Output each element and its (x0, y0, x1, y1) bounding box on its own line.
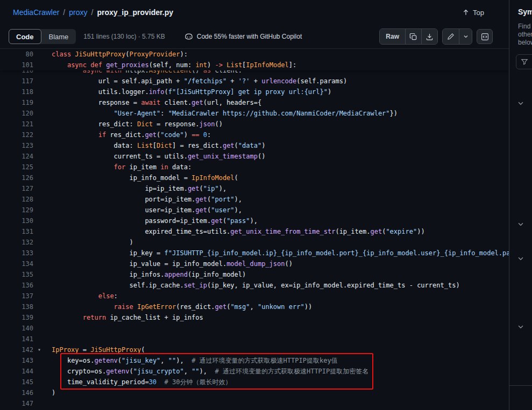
raw-button[interactable]: Raw (380, 29, 405, 44)
code-text: utils.logger.info(f"[JiSuHttpProxy] get … (33, 87, 331, 97)
line-number[interactable]: 101 (0, 60, 33, 70)
line-number[interactable]: 130 (0, 215, 33, 226)
symbol-group-3[interactable] (517, 255, 524, 262)
symbols-panel-description: Find definitions and references for func… (509, 23, 532, 47)
back-to-top-label: Top (473, 9, 484, 17)
description-line: other symbols in this file by clicking a… (518, 31, 532, 39)
code-viewer: 116 async with httpx.AsyncClient() as cl… (0, 48, 509, 410)
symbols-panel-toggle[interactable] (477, 29, 493, 44)
code-line-128: 128 port=ip_item.get("port"), (0, 194, 509, 205)
line-number[interactable]: 121 (0, 119, 33, 130)
sticky-scope-lines: 80class JiSuHttpProxy(ProxyProvider):101… (0, 49, 509, 70)
line-number[interactable]: 140 (0, 323, 33, 334)
code-text: async def get_proxies(self, num: int) ->… (33, 60, 296, 70)
line-number[interactable]: 124 (0, 151, 33, 162)
line-number[interactable]: 123 (0, 140, 33, 151)
chevron-down-icon (517, 255, 524, 262)
code-text: self.ip_cache.set_ip(ip_key, ip_value, e… (33, 280, 460, 291)
line-number[interactable]: 122 (0, 130, 33, 140)
line-number[interactable]: 142 (0, 344, 33, 355)
code-line-123: 123 data: List[Dict] = res_dict.get("dat… (0, 140, 509, 151)
code-line-80: 80class JiSuHttpProxy(ProxyProvider): (0, 49, 509, 60)
back-to-top-button[interactable]: Top (462, 9, 484, 17)
line-number[interactable]: 141 (0, 334, 33, 344)
breadcrumb-dir-link[interactable]: proxy (69, 8, 87, 17)
code-line-146: 146) (0, 387, 509, 398)
raw-button-group: Raw (379, 28, 438, 45)
symbol-group-2[interactable] (517, 220, 524, 228)
symbol-group-1[interactable] (517, 99, 524, 107)
code-text: expired_time_ts=utils.get_unix_time_from… (33, 226, 425, 237)
tab-code[interactable]: Code (9, 29, 41, 44)
line-number[interactable]: 125 (0, 162, 33, 172)
breadcrumb-file-name: proxy_ip_provider.py (97, 8, 173, 17)
line-number[interactable]: 147 (0, 398, 33, 409)
code-line-130: 130 password=ip_item.get("pass"), (0, 215, 509, 226)
code-line-101: 101 async def get_proxies(self, num: int… (0, 60, 509, 70)
code-text: password=ip_item.get("pass"), (33, 215, 258, 226)
symbol-group-4[interactable] (517, 323, 524, 330)
code-text (33, 323, 52, 334)
collapse-chevron-icon[interactable]: ▾ (38, 344, 41, 355)
code-line-124: 124 current_ts = utils.get_unix_timestam… (0, 151, 509, 162)
line-number[interactable]: 134 (0, 258, 33, 269)
code-text: crypto=os.getenv("jisu_crypto", ""), # 通… (33, 366, 368, 377)
code-line-141: 141 (0, 334, 509, 344)
code-symbols-icon (481, 33, 489, 41)
arrow-up-icon (462, 9, 470, 16)
code-line-133: 133 ip_key = f"JISUHTTP_{ip_info_model.i… (0, 248, 509, 258)
line-number[interactable]: 131 (0, 226, 33, 237)
line-number[interactable]: 126 (0, 172, 33, 183)
line-number[interactable]: 138 (0, 301, 33, 312)
line-number[interactable]: 136 (0, 280, 33, 291)
code-text: url = self.api_path + "/fetchips" + '?' … (33, 76, 347, 87)
code-line-138: 138 raise IpGetError(res_dict.get("msg",… (0, 301, 509, 312)
code-line-142: 142▾IpProxy = JiSuHttpProxy( (0, 344, 509, 355)
code-line-125: 125 for ip_item in data: (0, 162, 509, 172)
github-code-view: MediaCrawler / proxy / proxy_ip_provider… (0, 0, 532, 410)
line-number[interactable]: 118 (0, 87, 33, 97)
filter-funnel-icon (521, 58, 528, 66)
code-text (33, 398, 52, 409)
breadcrumb-repo-link[interactable]: MediaCrawler (13, 8, 59, 17)
line-number[interactable]: 120 (0, 108, 33, 119)
copilot-text: Code 55% faster with GitHub Copilot (197, 33, 302, 40)
line-number[interactable]: 119 (0, 97, 33, 108)
download-raw-button[interactable] (421, 29, 437, 44)
code-line-121: 121 res_dict: Dict = response.json() (0, 119, 509, 130)
line-number[interactable]: 128 (0, 194, 33, 205)
line-number[interactable]: 146 (0, 387, 33, 398)
edit-button-group (442, 28, 472, 45)
code-line-131: 131 expired_time_ts=utils.get_unix_time_… (0, 226, 509, 237)
code-line-136: 136 self.ip_cache.set_ip(ip_key, ip_valu… (0, 280, 509, 291)
line-number[interactable]: 135 (0, 269, 33, 280)
line-number[interactable]: 145 (0, 377, 33, 387)
file-toolbar: Code Blame 151 lines (130 loc) · 5.75 KB… (0, 25, 509, 48)
line-number[interactable]: 117 (0, 76, 33, 87)
line-number[interactable]: 80 (0, 49, 33, 60)
line-number[interactable]: 139 (0, 312, 33, 323)
copy-raw-button[interactable] (405, 29, 421, 44)
code-text: ip_value = ip_info_model.model_dump_json… (33, 258, 293, 269)
edit-file-button[interactable] (443, 29, 459, 44)
code-text: res_dict: Dict = response.json() (33, 119, 223, 130)
breadcrumb: MediaCrawler / proxy / proxy_ip_provider… (0, 0, 509, 25)
line-number[interactable]: 127 (0, 183, 33, 194)
line-number[interactable]: 137 (0, 291, 33, 301)
line-number[interactable]: 144 (0, 366, 33, 377)
code-line-134: 134 ip_value = ip_info_model.model_dump_… (0, 258, 509, 269)
code-text: ip=ip_item.get("ip"), (33, 183, 226, 194)
code-line-118: 118 utils.logger.info(f"[JiSuHttpProxy] … (0, 87, 509, 97)
copilot-banner[interactable]: Code 55% faster with GitHub Copilot (185, 32, 302, 41)
code-text: port=ip_item.get("port"), (33, 194, 242, 205)
line-number[interactable]: 132 (0, 237, 33, 248)
code-text: IpProxy = JiSuHttpProxy( (33, 344, 145, 355)
code-text: key=os.getenv("jisu_key", ""), # 通过环境变量的… (33, 355, 338, 366)
line-number[interactable]: 129 (0, 205, 33, 215)
edit-dropdown-button[interactable] (459, 29, 472, 44)
line-number[interactable]: 133 (0, 248, 33, 258)
tab-blame[interactable]: Blame (41, 29, 76, 44)
code-text: else: (33, 291, 118, 301)
line-number[interactable]: 143 (0, 355, 33, 366)
copy-icon (409, 33, 417, 41)
